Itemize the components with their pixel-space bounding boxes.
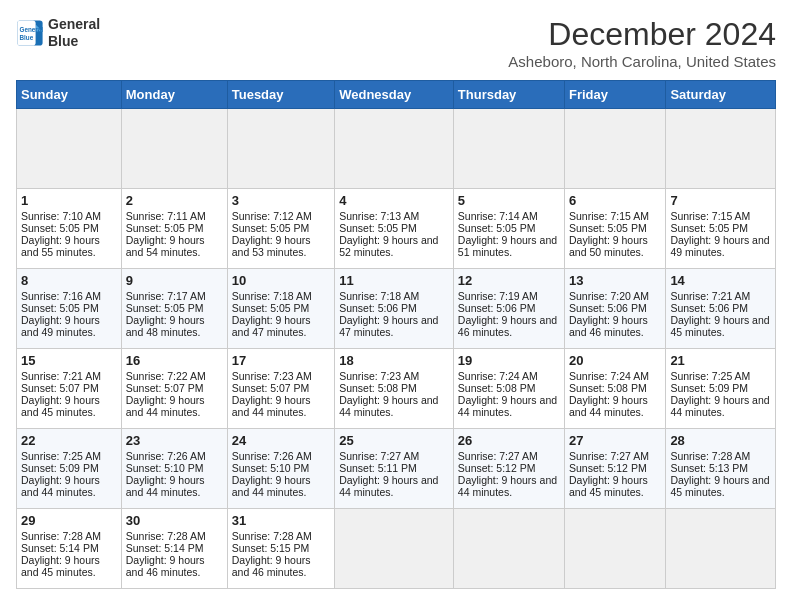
- sunrise-text: Sunrise: 7:22 AM: [126, 370, 206, 382]
- sunset-text: Sunset: 5:05 PM: [569, 222, 647, 234]
- calendar-cell: 3Sunrise: 7:12 AMSunset: 5:05 PMDaylight…: [227, 189, 334, 269]
- calendar-cell: 27Sunrise: 7:27 AMSunset: 5:12 PMDayligh…: [565, 429, 666, 509]
- calendar-cell: 22Sunrise: 7:25 AMSunset: 5:09 PMDayligh…: [17, 429, 122, 509]
- weekday-header-monday: Monday: [121, 81, 227, 109]
- weekday-header-saturday: Saturday: [666, 81, 776, 109]
- day-number: 4: [339, 193, 449, 208]
- daylight-text: Daylight: 9 hours and 45 minutes.: [21, 394, 100, 418]
- sunrise-text: Sunrise: 7:25 AM: [670, 370, 750, 382]
- weekday-header-sunday: Sunday: [17, 81, 122, 109]
- title-block: December 2024 Asheboro, North Carolina, …: [508, 16, 776, 70]
- day-number: 29: [21, 513, 117, 528]
- calendar-cell: 1Sunrise: 7:10 AMSunset: 5:05 PMDaylight…: [17, 189, 122, 269]
- calendar-week-4: 15Sunrise: 7:21 AMSunset: 5:07 PMDayligh…: [17, 349, 776, 429]
- sunrise-text: Sunrise: 7:28 AM: [21, 530, 101, 542]
- calendar-cell: [565, 509, 666, 589]
- logo: General Blue General Blue: [16, 16, 100, 50]
- sunset-text: Sunset: 5:09 PM: [21, 462, 99, 474]
- svg-text:General: General: [20, 25, 44, 32]
- day-number: 3: [232, 193, 330, 208]
- calendar-week-1: [17, 109, 776, 189]
- daylight-text: Daylight: 9 hours and 47 minutes.: [339, 314, 438, 338]
- sunset-text: Sunset: 5:07 PM: [232, 382, 310, 394]
- day-number: 14: [670, 273, 771, 288]
- sunset-text: Sunset: 5:07 PM: [21, 382, 99, 394]
- sunrise-text: Sunrise: 7:28 AM: [232, 530, 312, 542]
- sunset-text: Sunset: 5:09 PM: [670, 382, 748, 394]
- daylight-text: Daylight: 9 hours and 44 minutes.: [569, 394, 648, 418]
- calendar-cell: [565, 109, 666, 189]
- day-number: 25: [339, 433, 449, 448]
- logo-text: General Blue: [48, 16, 100, 50]
- sunset-text: Sunset: 5:08 PM: [569, 382, 647, 394]
- calendar-cell: 10Sunrise: 7:18 AMSunset: 5:05 PMDayligh…: [227, 269, 334, 349]
- day-number: 10: [232, 273, 330, 288]
- day-number: 26: [458, 433, 560, 448]
- header: General Blue General Blue December 2024 …: [16, 16, 776, 70]
- daylight-text: Daylight: 9 hours and 46 minutes.: [232, 554, 311, 578]
- sunset-text: Sunset: 5:05 PM: [232, 302, 310, 314]
- daylight-text: Daylight: 9 hours and 46 minutes.: [126, 554, 205, 578]
- daylight-text: Daylight: 9 hours and 45 minutes.: [569, 474, 648, 498]
- sunrise-text: Sunrise: 7:17 AM: [126, 290, 206, 302]
- calendar-cell: 4Sunrise: 7:13 AMSunset: 5:05 PMDaylight…: [335, 189, 454, 269]
- sunset-text: Sunset: 5:10 PM: [232, 462, 310, 474]
- sunset-text: Sunset: 5:08 PM: [339, 382, 417, 394]
- sunrise-text: Sunrise: 7:13 AM: [339, 210, 419, 222]
- daylight-text: Daylight: 9 hours and 45 minutes.: [670, 474, 769, 498]
- sunrise-text: Sunrise: 7:28 AM: [670, 450, 750, 462]
- calendar-cell: 6Sunrise: 7:15 AMSunset: 5:05 PMDaylight…: [565, 189, 666, 269]
- sunrise-text: Sunrise: 7:21 AM: [21, 370, 101, 382]
- subtitle: Asheboro, North Carolina, United States: [508, 53, 776, 70]
- sunset-text: Sunset: 5:05 PM: [21, 222, 99, 234]
- sunrise-text: Sunrise: 7:26 AM: [232, 450, 312, 462]
- sunset-text: Sunset: 5:15 PM: [232, 542, 310, 554]
- calendar-cell: 15Sunrise: 7:21 AMSunset: 5:07 PMDayligh…: [17, 349, 122, 429]
- day-number: 9: [126, 273, 223, 288]
- sunrise-text: Sunrise: 7:16 AM: [21, 290, 101, 302]
- day-number: 22: [21, 433, 117, 448]
- calendar-cell: 20Sunrise: 7:24 AMSunset: 5:08 PMDayligh…: [565, 349, 666, 429]
- daylight-text: Daylight: 9 hours and 44 minutes.: [339, 394, 438, 418]
- daylight-text: Daylight: 9 hours and 51 minutes.: [458, 234, 557, 258]
- sunset-text: Sunset: 5:08 PM: [458, 382, 536, 394]
- day-number: 21: [670, 353, 771, 368]
- daylight-text: Daylight: 9 hours and 44 minutes.: [232, 394, 311, 418]
- daylight-text: Daylight: 9 hours and 53 minutes.: [232, 234, 311, 258]
- daylight-text: Daylight: 9 hours and 50 minutes.: [569, 234, 648, 258]
- main-title: December 2024: [508, 16, 776, 53]
- calendar-cell: 26Sunrise: 7:27 AMSunset: 5:12 PMDayligh…: [453, 429, 564, 509]
- calendar-week-2: 1Sunrise: 7:10 AMSunset: 5:05 PMDaylight…: [17, 189, 776, 269]
- sunrise-text: Sunrise: 7:15 AM: [569, 210, 649, 222]
- daylight-text: Daylight: 9 hours and 47 minutes.: [232, 314, 311, 338]
- weekday-header-wednesday: Wednesday: [335, 81, 454, 109]
- day-number: 18: [339, 353, 449, 368]
- day-number: 30: [126, 513, 223, 528]
- day-number: 24: [232, 433, 330, 448]
- day-number: 8: [21, 273, 117, 288]
- sunset-text: Sunset: 5:05 PM: [21, 302, 99, 314]
- calendar-cell: 29Sunrise: 7:28 AMSunset: 5:14 PMDayligh…: [17, 509, 122, 589]
- sunset-text: Sunset: 5:06 PM: [569, 302, 647, 314]
- sunrise-text: Sunrise: 7:24 AM: [569, 370, 649, 382]
- sunset-text: Sunset: 5:14 PM: [126, 542, 204, 554]
- daylight-text: Daylight: 9 hours and 44 minutes.: [458, 394, 557, 418]
- logo-line1: General: [48, 16, 100, 33]
- day-number: 20: [569, 353, 661, 368]
- sunset-text: Sunset: 5:12 PM: [569, 462, 647, 474]
- sunset-text: Sunset: 5:06 PM: [458, 302, 536, 314]
- sunrise-text: Sunrise: 7:27 AM: [339, 450, 419, 462]
- sunrise-text: Sunrise: 7:25 AM: [21, 450, 101, 462]
- day-number: 19: [458, 353, 560, 368]
- daylight-text: Daylight: 9 hours and 44 minutes.: [232, 474, 311, 498]
- calendar-week-5: 22Sunrise: 7:25 AMSunset: 5:09 PMDayligh…: [17, 429, 776, 509]
- calendar-week-3: 8Sunrise: 7:16 AMSunset: 5:05 PMDaylight…: [17, 269, 776, 349]
- calendar-cell: [453, 509, 564, 589]
- day-number: 7: [670, 193, 771, 208]
- sunrise-text: Sunrise: 7:19 AM: [458, 290, 538, 302]
- day-number: 2: [126, 193, 223, 208]
- sunset-text: Sunset: 5:06 PM: [339, 302, 417, 314]
- day-number: 17: [232, 353, 330, 368]
- sunrise-text: Sunrise: 7:12 AM: [232, 210, 312, 222]
- sunset-text: Sunset: 5:05 PM: [126, 222, 204, 234]
